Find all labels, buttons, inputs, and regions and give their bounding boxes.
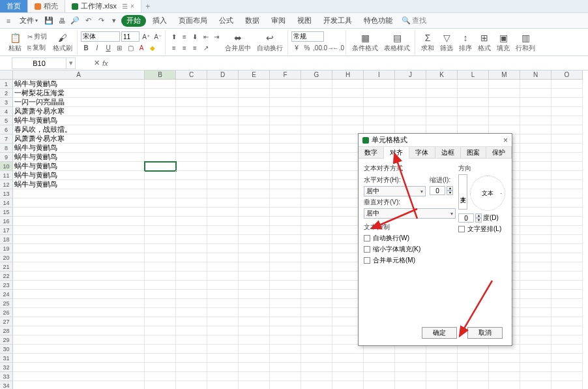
row-header-13[interactable]: 13 bbox=[0, 189, 13, 198]
sum-button[interactable]: Σ求和 bbox=[419, 31, 437, 54]
cell-G22[interactable] bbox=[301, 272, 332, 281]
dialog-close-icon[interactable]: × bbox=[503, 136, 508, 145]
align-right-icon[interactable]: ≡ bbox=[190, 42, 200, 53]
cell-M30[interactable] bbox=[489, 345, 520, 354]
cell-A8[interactable]: 蜗牛与黄鹂鸟 bbox=[13, 144, 145, 153]
cell-L33[interactable] bbox=[458, 372, 489, 381]
cell-D34[interactable] bbox=[207, 381, 239, 389]
cell-D19[interactable] bbox=[207, 244, 239, 253]
decrease-font-icon[interactable]: A⁻ bbox=[153, 31, 163, 42]
cell-F6[interactable] bbox=[270, 125, 301, 134]
cell-E32[interactable] bbox=[239, 363, 270, 372]
cell-N8[interactable] bbox=[520, 144, 551, 153]
cell-C25[interactable] bbox=[176, 299, 207, 308]
cell-N3[interactable] bbox=[520, 98, 551, 107]
cell-J2[interactable] bbox=[395, 89, 426, 98]
cell-B34[interactable] bbox=[145, 381, 176, 389]
row-header-33[interactable]: 33 bbox=[0, 372, 13, 381]
cell-L1[interactable] bbox=[458, 80, 489, 89]
cell-J5[interactable] bbox=[395, 116, 426, 125]
dec-decimal-icon[interactable]: ←.0 bbox=[333, 42, 344, 53]
cell-I30[interactable] bbox=[364, 345, 395, 354]
cell-F30[interactable] bbox=[270, 345, 301, 354]
cell-G29[interactable] bbox=[301, 335, 332, 345]
cell-F17[interactable] bbox=[270, 226, 301, 235]
merge-checkbox[interactable] bbox=[364, 257, 370, 264]
cell-A14[interactable] bbox=[13, 198, 145, 208]
cell-M2[interactable] bbox=[489, 89, 520, 98]
cell-F31[interactable] bbox=[270, 354, 301, 363]
cell-E5[interactable] bbox=[239, 116, 270, 125]
cell-F5[interactable] bbox=[270, 116, 301, 125]
cell-F34[interactable] bbox=[270, 381, 301, 389]
cell-E6[interactable] bbox=[239, 125, 270, 134]
row-header-12[interactable]: 12 bbox=[0, 180, 13, 189]
cell-A28[interactable] bbox=[13, 326, 145, 335]
cell-L32[interactable] bbox=[458, 363, 489, 372]
cell-O21[interactable] bbox=[551, 262, 583, 272]
cell-F4[interactable] bbox=[270, 107, 301, 116]
cell-O5[interactable] bbox=[551, 116, 583, 125]
cell-G20[interactable] bbox=[301, 253, 332, 262]
cell-I31[interactable] bbox=[364, 354, 395, 363]
cell-D5[interactable] bbox=[207, 116, 239, 125]
row-header-8[interactable]: 8 bbox=[0, 144, 13, 153]
cell-E17[interactable] bbox=[239, 226, 270, 235]
cell-B31[interactable] bbox=[145, 354, 176, 363]
cell-F25[interactable] bbox=[270, 299, 301, 308]
cell-E22[interactable] bbox=[239, 272, 270, 281]
cell-D4[interactable] bbox=[207, 107, 239, 116]
cell-B5[interactable] bbox=[145, 116, 176, 125]
cell-H33[interactable] bbox=[332, 372, 364, 381]
cell-B15[interactable] bbox=[145, 208, 176, 217]
cell-D18[interactable] bbox=[207, 235, 239, 244]
cell-O28[interactable] bbox=[551, 326, 583, 335]
cell-N18[interactable] bbox=[520, 235, 551, 244]
cell-D11[interactable] bbox=[207, 171, 239, 180]
cell-O26[interactable] bbox=[551, 308, 583, 317]
orient-vertical-box[interactable]: 文本 bbox=[458, 174, 467, 210]
cell-C30[interactable] bbox=[176, 345, 207, 354]
cancel-formula-icon[interactable]: ✕ bbox=[94, 59, 100, 67]
cell-B22[interactable] bbox=[145, 272, 176, 281]
row-header-25[interactable]: 25 bbox=[0, 299, 13, 308]
cell-B7[interactable] bbox=[145, 134, 176, 144]
row-header-32[interactable]: 32 bbox=[0, 363, 13, 372]
cell-C13[interactable] bbox=[176, 189, 207, 198]
menu-review[interactable]: 审阅 bbox=[266, 15, 291, 27]
cell-C4[interactable] bbox=[176, 107, 207, 116]
cell-K4[interactable] bbox=[426, 107, 458, 116]
cell-E3[interactable] bbox=[239, 98, 270, 107]
cell-E13[interactable] bbox=[239, 189, 270, 198]
vertical-text-row[interactable]: 文字竖排(L) bbox=[458, 225, 507, 234]
align-left-icon[interactable]: ≡ bbox=[169, 42, 179, 53]
cell-E1[interactable] bbox=[239, 80, 270, 89]
cell-F23[interactable] bbox=[270, 281, 301, 290]
cell-E26[interactable] bbox=[239, 308, 270, 317]
cell-B3[interactable] bbox=[145, 98, 176, 107]
cell-N12[interactable] bbox=[520, 180, 551, 189]
cell-C10[interactable] bbox=[176, 162, 207, 171]
cell-F16[interactable] bbox=[270, 217, 301, 226]
cell-F20[interactable] bbox=[270, 253, 301, 262]
cell-F2[interactable] bbox=[270, 89, 301, 98]
search-box[interactable]: 🔍 查找 bbox=[402, 16, 426, 25]
cell-C5[interactable] bbox=[176, 116, 207, 125]
align-bottom-icon[interactable]: ⬇ bbox=[190, 31, 200, 42]
cell-A1[interactable]: 蜗牛与黄鹂鸟 bbox=[13, 80, 145, 89]
cell-D3[interactable] bbox=[207, 98, 239, 107]
cell-N11[interactable] bbox=[520, 171, 551, 180]
merge-center-button[interactable]: ⬌合并居中 bbox=[222, 31, 254, 54]
cell-G23[interactable] bbox=[301, 281, 332, 290]
cond-format-button[interactable]: ▦条件格式 bbox=[349, 31, 381, 54]
app-menu-icon[interactable]: ≡ bbox=[3, 15, 14, 27]
cell-O13[interactable] bbox=[551, 189, 583, 198]
cell-D26[interactable] bbox=[207, 308, 239, 317]
cell-A29[interactable] bbox=[13, 335, 145, 345]
cell-M3[interactable] bbox=[489, 98, 520, 107]
col-K[interactable]: K bbox=[426, 70, 458, 80]
cell-E10[interactable] bbox=[239, 162, 270, 171]
cell-N21[interactable] bbox=[520, 262, 551, 272]
cell-C17[interactable] bbox=[176, 226, 207, 235]
row-header-4[interactable]: 4 bbox=[0, 107, 13, 116]
